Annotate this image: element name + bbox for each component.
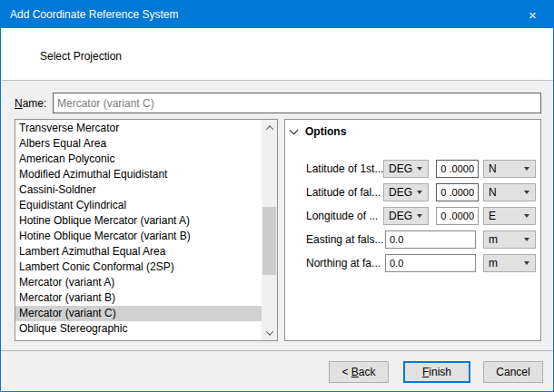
angle-unit-dropdown[interactable]: DEG: [383, 207, 429, 225]
option-label: Latitude of fal...: [306, 186, 381, 199]
list-item[interactable]: Mercator (variant B): [15, 290, 262, 306]
options-header[interactable]: Options: [289, 125, 346, 138]
option-label: Easting at fals...: [306, 233, 383, 246]
chevron-down-icon[interactable]: [290, 126, 299, 135]
page-title: Select Projection: [40, 50, 122, 63]
dropdown-arrow-icon: [417, 167, 422, 171]
length-unit-dropdown[interactable]: m: [483, 230, 536, 249]
scroll-up-icon[interactable]: [262, 120, 277, 135]
angle-unit-dropdown[interactable]: DEG: [383, 160, 429, 178]
projection-list-items: Transverse Mercator Albers Equal Area Am…: [15, 120, 262, 340]
list-item[interactable]: Transverse Mercator: [15, 121, 262, 136]
option-label: Longitude of ...: [306, 210, 378, 222]
list-scrollbar[interactable]: [262, 120, 277, 340]
list-item[interactable]: Cassini-Soldner: [15, 182, 262, 198]
hemisphere-dropdown[interactable]: E: [483, 207, 536, 225]
name-label-mnemonic: N: [15, 97, 23, 110]
option-row: Latitude of fal... DEG N: [285, 183, 540, 201]
list-item[interactable]: Mercator (variant A): [15, 275, 262, 290]
options-panel: Options Latitude of 1st... DEG N Latitud…: [284, 119, 541, 341]
dropdown-arrow-icon: [524, 238, 529, 241]
name-label: Name:: [15, 97, 46, 110]
option-row: Longitude of ... DEG E: [285, 207, 540, 225]
finish-button[interactable]: Finish: [403, 361, 470, 383]
list-item[interactable]: American Polyconic: [15, 152, 262, 167]
dropdown-arrow-icon: [417, 214, 422, 218]
dropdown-arrow-icon: [524, 191, 529, 194]
option-label: Latitude of 1st...: [306, 162, 383, 175]
list-item[interactable]: Hotine Oblique Mercator (variant A): [15, 213, 262, 229]
option-row: Easting at fals... m: [285, 230, 540, 249]
list-item[interactable]: Modified Azimuthal Equidistant: [15, 167, 262, 182]
list-item[interactable]: Lambert Conic Conformal (2SP): [15, 260, 262, 275]
wizard-header: Select Projection: [2, 28, 554, 81]
dropdown-arrow-icon: [524, 261, 529, 265]
false-northing-input[interactable]: [385, 254, 476, 272]
list-item-selected[interactable]: Mercator (variant C): [15, 306, 262, 321]
list-item[interactable]: Albers Equal Area: [15, 136, 262, 152]
scrollbar-thumb[interactable]: [262, 207, 276, 275]
latitude-false-input[interactable]: [436, 183, 479, 201]
dropdown-arrow-icon: [524, 214, 529, 218]
length-unit-dropdown[interactable]: m: [483, 254, 536, 272]
option-row: Northing at fa... m: [285, 254, 540, 272]
latitude-1st-input[interactable]: [436, 160, 479, 178]
angle-unit-dropdown[interactable]: DEG: [383, 183, 429, 201]
list-item[interactable]: Oblique Stereographic: [15, 321, 262, 337]
longitude-input[interactable]: [436, 207, 479, 225]
false-easting-input[interactable]: [385, 230, 476, 249]
list-item[interactable]: Equidistant Cylindrical: [15, 198, 262, 213]
projection-list[interactable]: Transverse Mercator Albers Equal Area Am…: [15, 119, 278, 341]
hemisphere-dropdown[interactable]: N: [483, 183, 536, 201]
footer-divider: [1, 350, 554, 351]
list-item[interactable]: Hotine Oblique Mercator (variant B): [15, 229, 262, 244]
cancel-button[interactable]: Cancel: [483, 361, 543, 383]
name-label-rest: ame:: [23, 97, 47, 110]
option-label: Northing at fa...: [306, 257, 381, 270]
dropdown-arrow-icon: [417, 191, 422, 194]
hemisphere-dropdown[interactable]: N: [483, 160, 536, 178]
name-input[interactable]: [53, 93, 541, 113]
titlebar: Add Coordinate Reference System ×: [1, 1, 553, 28]
add-crs-dialog: Add Coordinate Reference System × Select…: [0, 0, 554, 392]
list-item[interactable]: Lambert Azimuthal Equal Area: [15, 244, 262, 260]
scroll-down-icon[interactable]: [262, 325, 277, 340]
options-title: Options: [305, 125, 346, 138]
option-row: Latitude of 1st... DEG N: [285, 160, 540, 178]
window-title: Add Coordinate Reference System: [1, 8, 178, 21]
close-icon[interactable]: ×: [512, 1, 553, 28]
dropdown-arrow-icon: [524, 167, 529, 171]
back-button[interactable]: < Back: [329, 361, 389, 383]
